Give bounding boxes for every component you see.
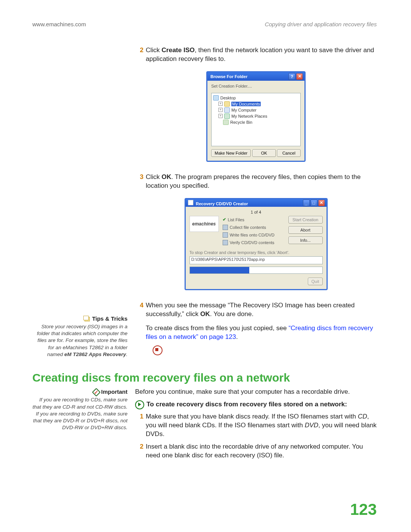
section-intro: Before you continue, make sure that your… [135,388,377,396]
proc-step-2: 2 Insert a blank disc into the recordabl… [135,443,377,460]
cancel-button[interactable]: Cancel [277,149,301,157]
step-text: Click OK. The program prepares the recov… [146,173,377,190]
important-icon [92,388,99,395]
figure-browse-for-folder: Browse For Folder ? ✕ Set Creation Folde… [135,71,377,162]
brand-logo: emachines [190,216,219,232]
computer-icon [224,107,230,113]
info-button[interactable]: Info... [288,236,323,244]
desktop-icon [213,95,219,101]
proc-step-1: 1 Make sure that you have blank discs re… [135,412,377,439]
abort-button[interactable]: Abort [288,226,323,234]
tree-node-desktop[interactable]: Desktop [220,96,236,100]
start-creation-button[interactable]: Start Creation [288,216,323,224]
step-text: Make sure that you have blank discs read… [146,412,377,439]
rc-step-write: Write files onto CD/DVD [230,233,275,237]
help-icon[interactable]: ? [288,73,295,80]
expand-icon[interactable]: + [218,102,223,106]
step-number: 3 [135,173,143,190]
step-counter: 1 of 4 [190,210,323,214]
dialog-title: Browse For Folder [210,74,247,79]
important-body: If you are recording to CDs, make sure t… [32,397,127,430]
step-2: 2 Click Create ISO, then find the networ… [135,46,377,64]
running-head-left: www.emachines.com [32,21,86,27]
tips-callout: Tips & Tricks Store your recovery (ISO) … [32,315,127,358]
important-callout: Important If you are recording to CDs, m… [32,388,127,431]
tree-node-recyclebin[interactable]: Recycle Bin [230,120,252,125]
dialog-titlebar: Browse For Folder ? ✕ [207,72,304,81]
tree-node-mycomputer[interactable]: My Computer [231,108,256,112]
recycle-icon [223,120,229,125]
tips-tail: . [126,351,127,357]
make-new-folder-button[interactable]: Make New Folder [211,149,251,157]
hint-text: To stop Creator and clear temporary file… [190,250,323,255]
check-icon: ✔ [223,217,226,222]
dialog-prompt: Set Creation Folder.... [211,84,301,88]
current-file-path: D:\I386\APPS\APP25170\25170app.inp [190,256,323,264]
dialog-title: Recovery CD/DVD Creator [196,201,248,206]
step-number: 4 [135,301,143,319]
progress-bar [190,267,323,274]
tree-node-networkplaces[interactable]: My Network Places [231,114,267,118]
step-number: 2 [135,443,143,460]
step-number: 1 [135,412,143,439]
important-title: Important [101,388,127,396]
maximize-icon[interactable]: □ [311,200,317,206]
ok-button[interactable]: OK [252,149,276,157]
tips-title: Tips & Tricks [92,315,127,323]
running-head: www.emachines.com Copying driver and app… [32,21,377,27]
figure-recovery-creator: Recovery CD/DVD Creator _ □ ✕ 1 of 4 ema… [135,198,377,290]
minimize-icon[interactable]: _ [303,200,310,206]
arrow-icon [223,225,228,230]
expand-icon[interactable]: + [218,108,223,112]
step-text: Click Create ISO, then find the network … [146,46,377,64]
rc-step-list: List Files [228,217,244,222]
step-number: 2 [135,46,143,64]
rc-step-collect: Collect file contents [230,225,266,230]
running-head-right: Copying driver and application recovery … [265,21,377,27]
folder-icon [224,101,230,107]
stop-icon [153,345,162,355]
disc-icon [223,232,228,238]
xref-lead: To create discs from the files you just … [146,324,288,332]
close-icon[interactable]: ✕ [318,200,325,206]
step-3: 3 Click OK. The program prepares the rec… [135,173,377,190]
network-icon [224,113,230,119]
step-text: When you see the message “The Recovery I… [146,301,377,319]
page-number: 123 [350,500,377,519]
procedure-heading: To create recovery discs from recovery f… [135,400,377,409]
tips-em: eM T2862 Apps Recovery [64,351,126,357]
app-icon [188,200,193,205]
tips-icon [83,316,90,322]
step-4: 4 When you see the message “The Recovery… [135,301,377,319]
folder-tree[interactable]: Desktop + My Documents + My Computer [211,93,301,146]
close-icon[interactable]: ✕ [296,73,303,80]
expand-icon[interactable]: + [218,114,223,118]
play-icon [135,400,144,409]
xref-tail: . [236,333,238,340]
quit-button[interactable]: Quit [308,278,322,285]
disc-icon [223,240,228,245]
rc-step-verify: Verify CD/DVD contents [230,240,274,245]
tree-node-mydocuments[interactable]: My Documents [231,102,261,106]
step-text: Insert a blank disc into the recordable … [146,443,377,460]
section-heading: Creating discs from recovery files on a … [32,371,377,384]
dialog-titlebar: Recovery CD/DVD Creator _ □ ✕ [186,199,327,207]
